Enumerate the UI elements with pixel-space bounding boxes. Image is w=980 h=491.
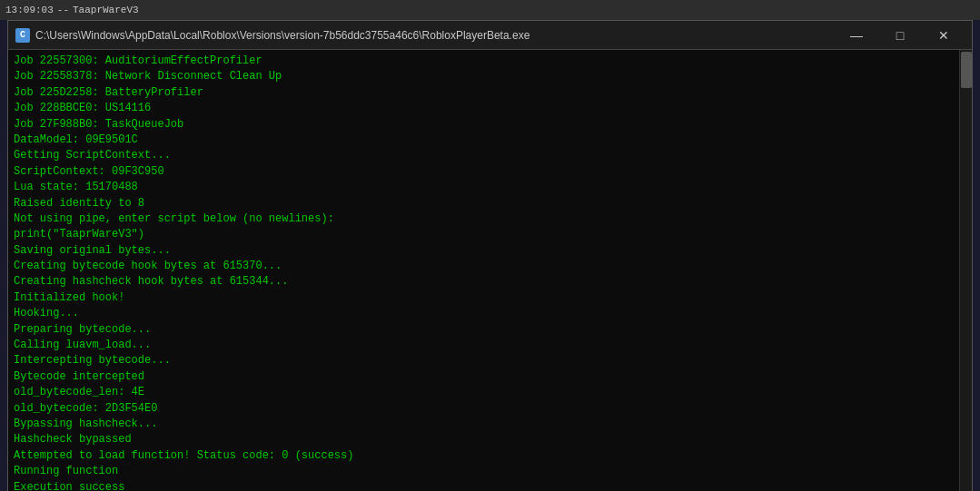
console-line: Job 228BBCE0: US14116 (14, 101, 954, 116)
console-line: Raised identity to 8 (14, 196, 954, 211)
console-line: Job 225D2258: BatteryProfiler (14, 85, 954, 101)
console-text-area: Job 22557300: AuditoriumEffectProfilerJo… (8, 50, 959, 491)
console-line: Job 22557300: AuditoriumEffectProfiler (14, 54, 954, 69)
console-line: Hooking... (14, 306, 954, 321)
taskbar-separator: -- (57, 5, 69, 15)
console-line: Lua state: 15170488 (14, 180, 954, 195)
scrollbar-thumb[interactable] (961, 52, 972, 88)
title-bar: C C:\Users\Windows\AppData\Local\Roblox\… (8, 21, 972, 50)
console-line: Hashcheck bypassed (14, 432, 954, 447)
console-line: DataModel: 09E9501C (14, 133, 954, 148)
console-line: old_bytecode: 2D3F54E0 (14, 401, 954, 417)
maximize-button[interactable]: □ (879, 23, 921, 48)
console-line: Saving original bytes... (14, 243, 954, 259)
console-window: C C:\Users\Windows\AppData\Local\Roblox\… (7, 20, 973, 491)
console-line: Running function (14, 464, 954, 479)
window-controls: — □ ✕ (836, 23, 965, 48)
console-line: Creating bytecode hook bytes at 615370..… (14, 259, 954, 274)
console-line: old_bytecode_len: 4E (14, 385, 954, 400)
console-line: Getting ScriptContext... (14, 148, 954, 163)
console-line: Not using pipe, enter script below (no n… (14, 211, 954, 227)
console-line: Calling luavm_load... (14, 338, 954, 353)
taskbar-app-title: TaaprWareV3 (73, 5, 139, 15)
console-line: Job 27F988B0: TaskQueueJob (14, 117, 954, 133)
console-line: print("TaaprWareV3") (14, 227, 954, 242)
console-line: Execution success (14, 480, 954, 491)
console-line: Attempted to load function! Status code:… (14, 448, 954, 464)
console-line: Initialized hook! (14, 290, 954, 306)
console-line: Preparing bytecode... (14, 322, 954, 338)
console-line: Intercepting bytecode... (14, 353, 954, 368)
taskbar-time: 13:09:03 (5, 5, 54, 15)
close-button[interactable]: ✕ (923, 23, 965, 48)
console-content: Job 22557300: AuditoriumEffectProfilerJo… (8, 50, 972, 491)
minimize-button[interactable]: — (836, 23, 877, 48)
scrollbar[interactable] (959, 50, 972, 491)
window-icon: C (15, 28, 30, 43)
console-line: Job 22558378: Network Disconnect Clean U… (14, 69, 954, 84)
taskbar: 13:09:03 -- TaaprWareV3 (0, 0, 980, 20)
window-title: C:\Users\Windows\AppData\Local\Roblox\Ve… (35, 29, 836, 42)
console-line: Creating hashcheck hook bytes at 615344.… (14, 274, 954, 290)
console-line: Bypassing hashcheck... (14, 417, 954, 432)
console-line: Bytecode intercepted (14, 369, 954, 385)
console-line: ScriptContext: 09F3C950 (14, 164, 954, 180)
